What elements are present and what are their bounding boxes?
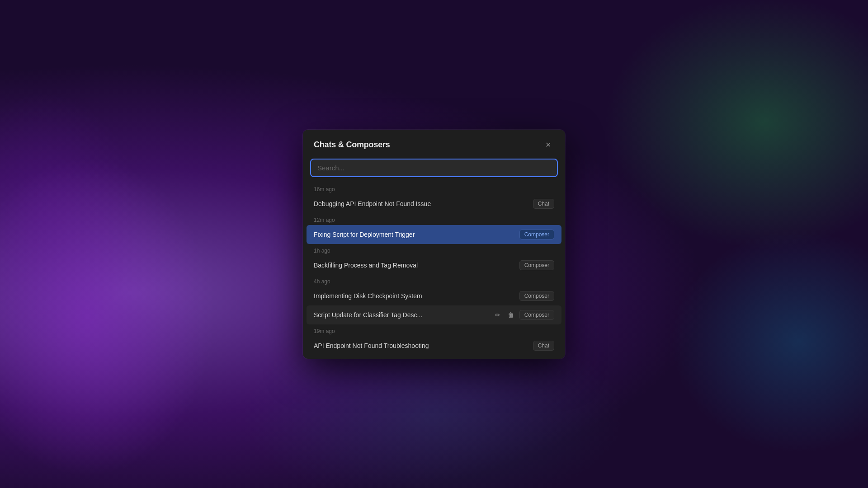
list-item[interactable]: API Endpoint Not Found Troubleshooting C… (307, 336, 561, 355)
edit-icon[interactable]: ✏ (493, 310, 502, 319)
modal-header: Chats & Composers ✕ (303, 130, 565, 159)
time-separator-19m: 19m ago (303, 324, 565, 336)
close-button[interactable]: ✕ (542, 139, 554, 151)
time-separator-16m: 16m ago (303, 183, 565, 194)
time-separator-12m: 12m ago (303, 213, 565, 225)
list-item[interactable]: Implementing Disk Checkpoint System Comp… (307, 286, 561, 305)
badge-chat: Chat (533, 341, 554, 351)
delete-icon[interactable]: 🗑 (506, 310, 516, 319)
modal-overlay: Chats & Composers ✕ 16m ago Debugging AP… (303, 130, 565, 359)
chat-list[interactable]: 16m ago Debugging API Endpoint Not Found… (303, 183, 565, 359)
badge-composer: Composer (519, 230, 554, 239)
close-icon: ✕ (545, 141, 551, 149)
item-title: Script Update for Classifier Tag Desc... (314, 311, 489, 319)
time-separator-4h: 4h ago (303, 275, 565, 286)
badge-composer: Composer (519, 310, 554, 320)
item-title: Backfilling Process and Tag Removal (314, 262, 515, 269)
list-item-active[interactable]: Fixing Script for Deployment Trigger Com… (307, 225, 561, 244)
chats-composers-modal: Chats & Composers ✕ 16m ago Debugging AP… (303, 130, 565, 359)
search-container (303, 159, 565, 183)
list-item[interactable]: Backfilling Process and Tag Removal Comp… (307, 256, 561, 275)
item-title: Implementing Disk Checkpoint System (314, 292, 515, 300)
time-separator-1h: 1h ago (303, 244, 565, 256)
item-title: Debugging API Endpoint Not Found Issue (314, 200, 528, 207)
badge-composer: Composer (519, 260, 554, 270)
item-actions: ✏ 🗑 Composer (493, 310, 554, 320)
modal-title: Chats & Composers (314, 140, 390, 150)
item-title: Fixing Script for Deployment Trigger (314, 231, 515, 238)
list-item-hovered[interactable]: Script Update for Classifier Tag Desc...… (307, 305, 561, 324)
search-input[interactable] (310, 159, 558, 177)
list-item[interactable]: Debugging API Endpoint Not Found Issue C… (307, 194, 561, 213)
item-title: API Endpoint Not Found Troubleshooting (314, 342, 528, 349)
badge-composer: Composer (519, 291, 554, 301)
badge-chat: Chat (533, 199, 554, 209)
